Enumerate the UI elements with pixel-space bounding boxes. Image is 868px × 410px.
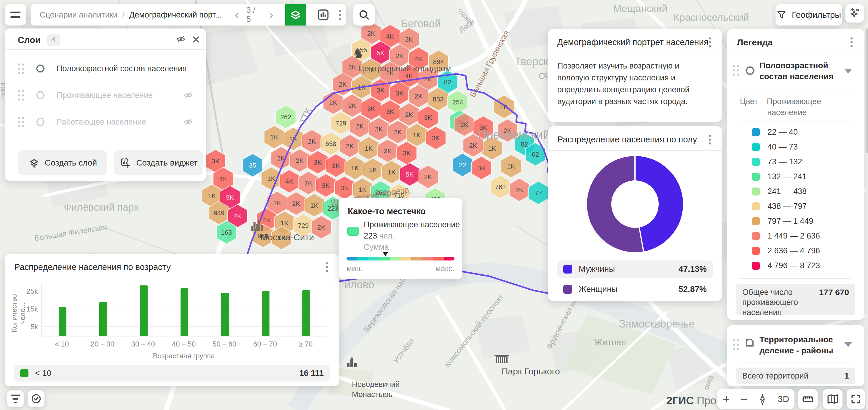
right-scrollbar[interactable] xyxy=(866,28,868,410)
layer-item[interactable]: Проживающее население xyxy=(5,82,206,109)
fullscreen-button[interactable] xyxy=(847,389,865,409)
drag-handle-icon[interactable] xyxy=(18,117,24,127)
hex-cell-value: 82 xyxy=(521,141,528,148)
territory-collapse-button[interactable] xyxy=(844,342,852,347)
hex-cell-value: 4K xyxy=(219,175,227,183)
hex-cell-value: 3K xyxy=(212,157,220,165)
portrait-panel-title: Демографический портрет населения xyxy=(557,37,709,47)
tooltip-metric: Проживающее население xyxy=(364,220,460,229)
create-layer-button[interactable]: Создать слой xyxy=(18,150,107,175)
hex-cell-value: 3K xyxy=(424,114,432,121)
layer-item-label: Проживающее население xyxy=(57,91,173,100)
toolbar-menu-kebab[interactable] xyxy=(334,8,346,21)
bucket-swatch xyxy=(752,158,760,166)
bucket-label: 22 — 40 xyxy=(768,127,798,137)
age-x-tick: 60 – 70 xyxy=(253,340,277,348)
bucket-swatch xyxy=(752,173,760,181)
ai-assistant-button[interactable] xyxy=(845,4,864,23)
scenario-pager: 3 / 5 xyxy=(246,6,261,24)
age-bar[interactable] xyxy=(262,291,270,336)
hex-cell-value: 2K xyxy=(405,111,413,118)
legend-collapse-button[interactable] xyxy=(844,69,852,74)
territory-total-value: 1 xyxy=(844,371,849,381)
gender-donut-chart[interactable] xyxy=(587,156,683,252)
legend-menu-kebab[interactable] xyxy=(845,36,858,49)
zoom-out-button[interactable]: − xyxy=(741,393,747,405)
age-footer-label: < 10 xyxy=(35,369,292,378)
gender-menu-kebab[interactable] xyxy=(703,133,716,146)
hexagon-icon xyxy=(35,116,46,127)
hexagon-icon xyxy=(744,65,756,77)
layers-count-badge: 4 xyxy=(46,34,60,46)
age-x-tick: 40 – 50 xyxy=(172,340,196,348)
age-bar[interactable] xyxy=(140,285,148,336)
hex-cell-value: 2K xyxy=(348,63,356,71)
age-bar[interactable] xyxy=(59,307,66,336)
age-bar[interactable] xyxy=(99,302,107,336)
drag-handle-icon[interactable] xyxy=(18,63,24,74)
hex-cell-value: 1K xyxy=(369,166,377,174)
age-menu-kebab[interactable] xyxy=(320,261,333,273)
search-button[interactable] xyxy=(353,4,375,26)
hexagon-icon xyxy=(35,63,46,74)
gender-legend-row[interactable]: Женщины52.87% xyxy=(557,281,713,298)
breadcrumb-root[interactable]: Сценарии аналитики xyxy=(40,10,117,20)
compass-icon[interactable] xyxy=(758,393,767,405)
basemap-button[interactable] xyxy=(823,389,842,409)
layer-item[interactable]: Работающее население xyxy=(5,109,206,135)
portrait-menu-kebab[interactable] xyxy=(703,36,716,49)
age-panel: Распределение населения по возрасту Коли… xyxy=(5,254,339,386)
bar-chart-icon xyxy=(316,8,330,22)
hex-cell-value: 3K xyxy=(377,87,385,94)
age-bar[interactable] xyxy=(181,288,188,336)
layer-item[interactable]: Половозрастной состав населения xyxy=(5,55,206,82)
gender-legend-row[interactable]: Мужчины47.13% xyxy=(557,261,713,278)
layers-close-button[interactable] xyxy=(191,34,203,46)
age-bar[interactable] xyxy=(302,290,310,336)
hex-cell-value: 949 xyxy=(214,209,225,217)
layers-hide-all-button[interactable] xyxy=(173,32,189,46)
sparkle-icon xyxy=(848,7,861,20)
map-filter-button[interactable] xyxy=(7,390,24,407)
layers-toggle-button[interactable] xyxy=(285,4,306,26)
hex-cell-value: 2K xyxy=(386,69,394,77)
hex-cell-value: 22 xyxy=(459,162,466,169)
age-x-tick: 50 – 60 xyxy=(213,340,236,348)
scrollbar-thumb[interactable] xyxy=(866,28,868,153)
drag-handle-icon[interactable] xyxy=(18,90,24,100)
legend-bucket-row: 2 636 — 4 796 xyxy=(727,243,864,258)
geofilters-button[interactable]: Геофильтры xyxy=(776,4,842,26)
hex-cell-value: 2K xyxy=(516,186,524,194)
tooltip-aggregation: Сумма xyxy=(364,243,389,252)
close-icon xyxy=(191,34,201,45)
hex-cell-value: 4K xyxy=(405,72,413,80)
gender-panel: Распределение населения по полу Мужчины4… xyxy=(548,126,722,301)
time-mode-button[interactable] xyxy=(28,390,44,407)
tooltip-min-label: мин. xyxy=(346,264,363,273)
ruler-button[interactable] xyxy=(798,389,817,409)
legend-bucket-row: 4 796 — 8 723 xyxy=(727,258,864,273)
legend-layer-drag-handle[interactable] xyxy=(733,65,739,76)
create-widget-button[interactable]: Создать виджет xyxy=(114,150,204,175)
age-footer-row[interactable]: < 10 16 111 xyxy=(14,365,330,382)
hex-cell-value: 1K xyxy=(268,175,275,182)
eye-off-icon[interactable] xyxy=(183,117,193,127)
widgets-button[interactable] xyxy=(315,6,331,23)
bucket-label: 4 796 — 8 723 xyxy=(768,261,820,270)
hex-cell-value: 2K xyxy=(405,36,413,43)
age-x-tick: 20 – 30 xyxy=(91,340,115,348)
next-scenario-button[interactable]: › xyxy=(270,9,273,21)
territory-drag-handle[interactable] xyxy=(733,340,739,350)
hex-cell-value: 3K xyxy=(367,105,375,112)
prev-scenario-button[interactable]: ‹ xyxy=(235,9,239,21)
eye-off-icon[interactable] xyxy=(183,90,193,100)
hex-cell-value: 2K xyxy=(296,157,304,164)
mode-3d-button[interactable]: 3D xyxy=(778,394,789,404)
zoom-in-button[interactable]: + xyxy=(723,393,730,405)
main-menu-button[interactable] xyxy=(5,4,26,26)
age-bar[interactable] xyxy=(221,293,229,336)
territory-total-row: Всего территорий 1 xyxy=(736,368,855,384)
age-footer-value: 16 111 xyxy=(299,369,324,378)
hex-cell-value: 223 xyxy=(328,205,339,212)
hex-cell-value: 1K xyxy=(367,66,375,74)
